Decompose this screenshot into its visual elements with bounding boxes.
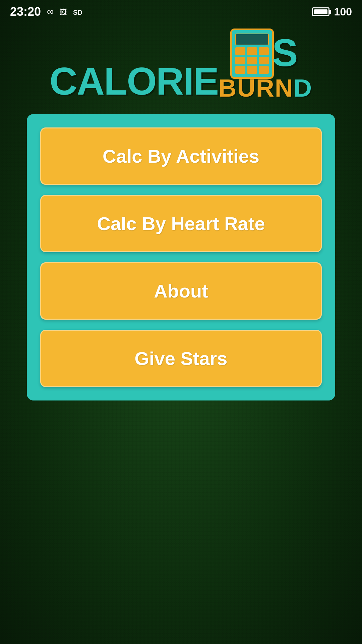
calc-screen [235,34,269,45]
battery-fill [314,9,327,14]
status-time: 23:20 [10,5,41,19]
logo-calc-s-row: S [234,34,297,79]
about-label: About [154,280,208,302]
logo-burn-text: BURN [218,75,294,101]
logo-area: CALORIE [0,23,362,114]
logo-burn-d-row: BURN D [218,75,312,101]
logo-top-row: CALORIE [50,34,312,101]
give-stars-label: Give Stars [134,348,227,369]
calc-btn-5 [247,57,257,64]
main-menu-card: Calc By Activities Calc By Heart Rate Ab… [27,114,335,400]
calc-btn-7 [235,66,245,74]
about-button[interactable]: About [40,262,322,320]
battery-icon [312,7,329,16]
logo-text-stack: CALORIE [50,34,312,101]
give-stars-button[interactable]: Give Stars [40,330,322,387]
status-bar: 23:20 100 [0,0,362,23]
sd-card-icon [73,6,82,17]
logo-s-text: S [272,34,297,72]
status-left: 23:20 [10,5,82,19]
calc-btn-6 [259,57,269,64]
calc-btn-2 [247,47,257,55]
calc-by-activities-label: Calc By Activities [103,146,259,167]
image-icon [60,6,67,17]
calc-btn-9 [259,66,269,74]
infinity-icon [47,6,54,17]
calc-btn-8 [247,66,257,74]
calculator-icon [230,29,274,79]
calc-btn-1 [235,47,245,55]
calc-btn-3 [259,47,269,55]
status-right: 100 [312,6,352,18]
logo-calories-text: CALORIE [50,62,219,101]
calc-by-activities-button[interactable]: Calc By Activities [40,127,322,185]
calc-buttons [235,47,269,74]
logo-d-text: D [294,75,312,101]
logo-wrapper: CALORIE [50,34,312,101]
calc-btn-4 [235,57,245,64]
logo-right-section: S BURN D [218,34,312,101]
calc-by-heart-rate-label: Calc By Heart Rate [97,213,265,234]
calc-by-heart-rate-button[interactable]: Calc By Heart Rate [40,195,322,252]
battery-percent: 100 [334,6,352,18]
